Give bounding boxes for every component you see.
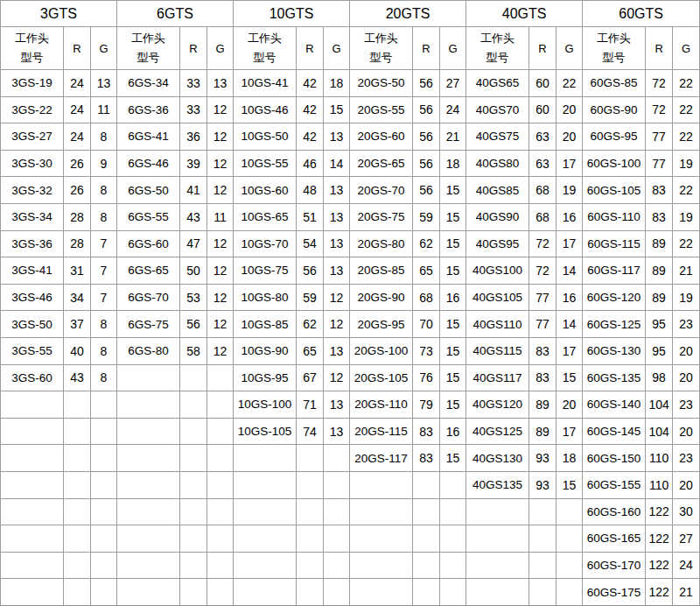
model-cell: 60GS-125 (583, 311, 646, 338)
g-cell: 21 (440, 123, 466, 151)
r-cell: 122 (646, 579, 673, 606)
r-cell (64, 552, 91, 579)
g-cell (556, 579, 583, 606)
g-cell (324, 445, 350, 472)
g-cell: 8 (91, 364, 117, 391)
r-cell: 72 (646, 70, 673, 97)
g-cell: 17 (556, 150, 583, 177)
table-row: 3GS-362876GS-60471210GS-70541320GS-80621… (1, 230, 700, 257)
table-row: 10GS-100711320GS-110791540GS120892060GS-… (1, 391, 700, 419)
model-cell (117, 445, 180, 472)
r-cell: 72 (529, 230, 556, 257)
g-cell: 13 (324, 337, 350, 364)
model-cell: 20GS-95 (350, 311, 413, 338)
g-cell: 20 (673, 337, 700, 364)
r-cell (297, 579, 324, 606)
r-cell: 76 (413, 364, 440, 391)
g-cell: 14 (556, 257, 583, 285)
g-cell (91, 498, 117, 525)
model-cell: 20GS-65 (350, 150, 413, 177)
model-cell: 60GS-145 (583, 418, 646, 445)
model-cell: 10GS-70 (234, 230, 297, 257)
g-cell: 19 (673, 150, 700, 177)
r-cell: 59 (297, 284, 324, 311)
model-cell: 6GS-80 (117, 337, 180, 364)
g-cell: 13 (324, 391, 350, 419)
g-cell: 8 (91, 123, 117, 151)
model-cell (117, 364, 180, 391)
g-cell: 12 (207, 230, 234, 257)
table-row: 3GS-342886GS-55431110GS-65511320GS-75591… (1, 203, 700, 230)
model-cell: 3GS-46 (1, 284, 64, 311)
r-cell: 104 (646, 418, 673, 445)
model-cell: 40GS135 (466, 471, 529, 498)
r-cell: 28 (64, 203, 91, 230)
r-cell: 89 (646, 230, 673, 257)
model-cell: 10GS-46 (234, 96, 297, 123)
col-header-r: R (297, 27, 324, 70)
table-row: 3GS-1924136GS-34331310GS-41421820GS-5056… (1, 70, 700, 97)
model-cell: 20GS-80 (350, 230, 413, 257)
r-cell: 83 (646, 203, 673, 230)
g-cell: 7 (91, 230, 117, 257)
r-cell: 42 (297, 96, 324, 123)
model-cell: 10GS-55 (234, 150, 297, 177)
model-cell: 10GS-65 (234, 203, 297, 230)
model-cell: 20GS-70 (350, 177, 413, 204)
model-cell: 10GS-90 (234, 337, 297, 364)
g-cell (207, 579, 234, 606)
g-cell: 21 (673, 257, 700, 285)
g-cell: 24 (673, 552, 700, 579)
g-cell: 27 (440, 70, 466, 97)
r-cell: 33 (180, 70, 207, 97)
g-cell: 12 (207, 284, 234, 311)
r-cell (529, 552, 556, 579)
r-cell (64, 471, 91, 498)
g-cell: 8 (91, 337, 117, 364)
g-cell: 24 (440, 96, 466, 123)
r-cell: 65 (413, 257, 440, 285)
model-cell: 40GS75 (466, 123, 529, 151)
r-cell: 46 (297, 150, 324, 177)
g-cell: 17 (556, 418, 583, 445)
r-cell (413, 552, 440, 579)
model-cell (350, 579, 413, 606)
model-cell (1, 525, 64, 553)
model-cell: 60GS-105 (583, 177, 646, 204)
table-row: 3GS-302696GS-46391210GS-55461420GS-65561… (1, 150, 700, 177)
g-cell: 12 (324, 284, 350, 311)
col-header-g: G (440, 27, 466, 70)
model-cell (1, 391, 64, 419)
g-cell (324, 525, 350, 553)
model-cell: 20GS-50 (350, 70, 413, 97)
g-cell: 15 (556, 364, 583, 391)
group-header-3gts: 3GTS (1, 1, 117, 27)
g-cell: 23 (673, 311, 700, 338)
col-header-g: G (207, 27, 234, 70)
model-cell (1, 445, 64, 472)
g-cell: 16 (556, 203, 583, 230)
model-cell: 3GS-34 (1, 203, 64, 230)
model-cell: 40GS130 (466, 445, 529, 472)
model-cell: 20GS-90 (350, 284, 413, 311)
model-cell: 40GS117 (466, 364, 529, 391)
g-cell (91, 579, 117, 606)
g-cell: 19 (556, 177, 583, 204)
table-row: 3GS-463476GS-70531210GS-80591220GS-90681… (1, 284, 700, 311)
model-cell: 3GS-36 (1, 230, 64, 257)
g-cell: 22 (673, 123, 700, 151)
g-cell: 19 (673, 203, 700, 230)
r-cell: 63 (529, 123, 556, 151)
model-cell (466, 498, 529, 525)
r-cell: 56 (413, 150, 440, 177)
r-cell: 24 (64, 70, 91, 97)
model-cell: 60GS-150 (583, 445, 646, 472)
g-cell (207, 391, 234, 419)
model-cell (234, 445, 297, 472)
r-cell (413, 471, 440, 498)
g-cell: 20 (673, 364, 700, 391)
model-cell (117, 498, 180, 525)
model-cell (466, 525, 529, 553)
table-row: 3GS-322686GS-50411210GS-60481320GS-70561… (1, 177, 700, 204)
g-cell: 18 (440, 150, 466, 177)
